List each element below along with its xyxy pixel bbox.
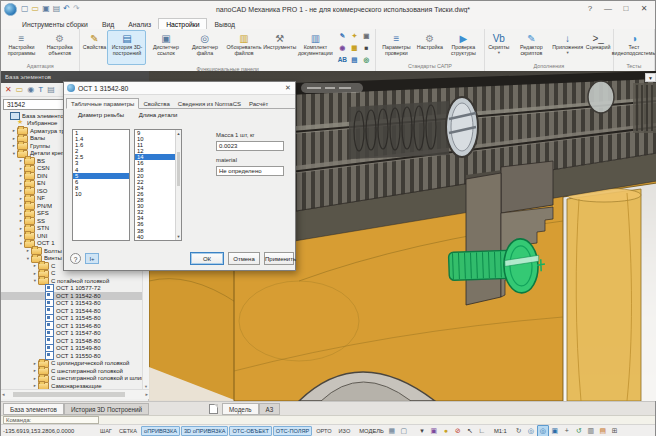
ribbon-button-Скрипты[interactable]: VbСкрипты▾ [486,30,512,62]
web-icon[interactable]: ◉ [27,85,34,95]
sheets-icon[interactable]: ▥ [585,425,597,436]
sheet-icon[interactable] [209,404,218,414]
применить-button[interactable]: Применить [264,252,294,265]
tree-item-ОСТ 1 31548-80[interactable]: ОСТ 1 31548-80 [1,337,142,345]
folder-icon[interactable]: ▭ [16,85,24,95]
length-list[interactable]: ▲ ▼ 910111214161820222426283032343638404… [134,129,182,241]
menu-tab-Вывод[interactable]: Вывод [207,19,242,29]
drawing-tab-А3[interactable]: А3 [259,403,281,415]
frame-icon[interactable]: ⊞ [609,425,621,436]
tool-table-icon[interactable]: ▦ [349,42,360,53]
dropdown-icon[interactable]: ▾ [416,425,428,436]
save-file-icon[interactable]: ▣ [42,5,50,13]
tool-block-icon[interactable]: ■ [361,42,372,53]
insert-cursor-button[interactable]: I+ [85,253,99,264]
tree-item-С шестигранной головкой[interactable]: ▸С шестигранной головкой [1,367,142,375]
delete-icon[interactable]: ✕ [5,85,12,95]
list-option-42[interactable]: 42 [135,240,177,241]
no-entry-icon[interactable]: ⊘ [452,425,464,436]
tree-item-ОСТ 1 10577-72[interactable]: ОСТ 1 10577-72 [1,285,142,293]
tree-item-ОСТ 1 31546-80[interactable]: ОСТ 1 31546-80 [1,322,142,330]
scale-indicator[interactable]: М1:1 [494,428,507,434]
layout-icon[interactable]: ▦ [386,425,398,436]
tree-item-ОСТ 1 31550-80[interactable]: ОСТ 1 31550-80 [1,352,142,360]
dialog-close-icon[interactable]: ✕ [281,84,295,92]
menu-tab-Инструменты сборки[interactable]: Инструменты сборки [15,19,95,29]
ribbon-collapse-arrow[interactable]: ▼ [645,73,656,82]
ribbon-button-Настройки программы[interactable]: ≡Настройки программы [2,30,41,62]
ribbon-button-Тест видеоподсистемы[interactable]: ◑Тест видеоподсистемы [615,30,653,62]
ribbon-button-Инструменты[interactable]: ⚒Инструменты [263,30,295,65]
tree-item-Самонарезающие[interactable]: ▸Самонарезающие [1,382,142,389]
menu-tab-Вид[interactable]: Вид [95,19,121,29]
toggle-ОТС-ПОЛЯР[interactable]: ОТС-ПОЛЯР [273,426,312,436]
help-button[interactable]: ? [70,253,81,264]
tree-item-ОСТ 1 31547-80[interactable]: ОСТ 1 31547-80 [1,330,142,338]
mass-value-field[interactable]: 0.0023 [216,141,284,151]
zoom-realtime-icon[interactable]: ◎ [537,425,549,436]
open-file-icon[interactable]: ▭ [32,5,40,13]
regen-icon[interactable]: ↺ [573,425,585,436]
new-file-icon[interactable]: ▢ [21,5,29,13]
ribbon-button-Свойства[interactable]: ✎Свойства [81,30,107,65]
scrollbar-thumb[interactable] [13,392,125,397]
tool-ab-icon[interactable]: АВ [337,54,348,65]
ribbon-button-История 3D-построений[interactable]: ▤История 3D-построений [107,30,146,65]
ribbon-button-Редактор скриптов[interactable]: ✎Редактор скриптов [512,30,551,62]
zoom-icon[interactable]: ◎ [525,425,537,436]
cursor-icon[interactable]: ↖ [464,425,476,436]
undo-icon[interactable]: ↶ [63,5,70,13]
ribbon-button-Приложения[interactable]: ↓Приложения▾ [551,30,585,62]
help-button[interactable]: ? [581,1,599,16]
scroll-right-icon[interactable]: ▸ [145,391,148,397]
dialog-tab-Расчёт[interactable]: Расчёт [245,99,272,108]
tree-item-ОСТ 1 31545-80[interactable]: ОСТ 1 31545-80 [1,315,142,323]
ribbon-button-Параметры проверки[interactable]: ≡Параметры проверки [377,30,416,62]
orbit-icon[interactable]: ↻ [513,425,525,436]
ribbon-button-Проверка структуры[interactable]: ▶Проверка структуры [444,30,483,62]
panel-icon[interactable]: ▤ [47,85,55,95]
vise-gold-pillar[interactable] [567,188,641,401]
menu-tab-Настройки[interactable]: Настройки [158,18,207,29]
toggle-ШАГ[interactable]: ШАГ [97,426,115,436]
toggle-ОРТО[interactable]: ОРТО [313,426,334,436]
app-logo-icon[interactable] [4,3,17,16]
dialog-tab-Сведения из NormaCS[interactable]: Сведения из NormaCS [174,99,245,108]
zoom-window-icon[interactable]: ▣ [549,425,561,436]
list-option-10[interactable]: 10 [73,191,129,197]
tree-item-С шестигранной головкой и шлице[interactable]: ▸С шестигранной головкой и шлице [1,375,142,383]
tree-item-ОСТ 1 31549-80[interactable]: ОСТ 1 31549-80 [1,345,142,353]
layers-icon[interactable]: ▤ [597,425,609,436]
ribbon-button-Настройка объектов[interactable]: ⚙Настройка объектов [41,30,78,62]
panel-tab-База элементов[interactable]: База элементов [3,403,64,415]
toggle-оПРИВЯЗКА[interactable]: оПРИВЯЗКА [141,426,180,436]
diameter-list[interactable]: 11.41.622.53456810 [72,129,130,241]
ribbon-button-Диспетчер файла[interactable]: ◎Диспетчер файла [185,30,224,65]
toggle-ОТС-ОБЪЕКТ[interactable]: ОТС-ОБЪЕКТ [229,426,271,436]
ок-button[interactable]: ОК [190,252,224,265]
lightbulb-icon[interactable]: ● [440,425,452,436]
scrollbar-thumb[interactable] [177,152,180,186]
scroll-down-icon[interactable]: ▼ [176,234,181,239]
drawing-tab-Модель[interactable]: Модель [222,403,259,415]
material-value-field[interactable]: Не определено [216,166,284,176]
filter-icon[interactable]: Т [38,85,43,95]
ribbon-button-Комплект документации[interactable]: ▥Комплект документации [296,30,335,65]
ribbon-button-Сценарий[interactable]: >_Сценарий [584,30,611,62]
command-input[interactable]: Команда: [3,416,99,424]
tool-key-icon[interactable]: ✦ [349,30,360,41]
toggle-ИЗО[interactable]: ИЗО [336,426,354,436]
tool-globe-icon[interactable]: ◎ [361,54,372,65]
redo-icon[interactable]: ↷ [73,5,80,13]
print-icon[interactable]: ▤ [53,5,61,13]
tree-item-ОСТ 1 31544-80[interactable]: ОСТ 1 31544-80 [1,307,142,315]
pan-icon[interactable]: + [561,425,573,436]
ribbon-button-Обозреватель файлов[interactable]: ▥Обозреватель файлов [224,30,263,65]
panel-tab-История 3D Построений[interactable]: История 3D Построений [64,403,149,415]
tree-item-ОСТ 1 31542-80[interactable]: ОСТ 1 31542-80 [1,292,142,300]
ruler-icon[interactable]: ∟ [476,425,488,436]
maximize-button[interactable]: □ [617,1,635,16]
toggle-СЕТКА[interactable]: СЕТКА [116,426,140,436]
model-space-label[interactable]: МОДЕЛЬ [359,428,384,434]
sheet-icon[interactable]: ▢ [398,425,410,436]
